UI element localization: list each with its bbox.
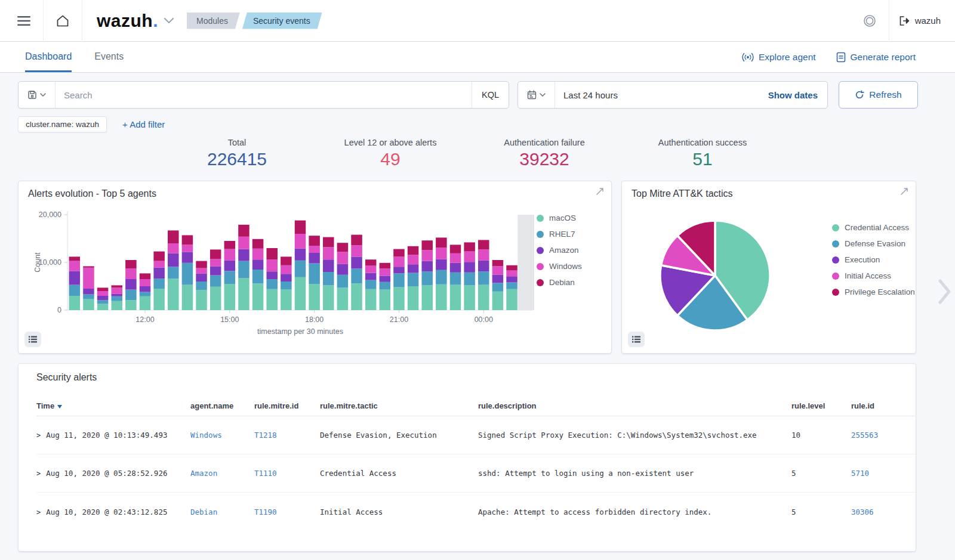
legend-dot [832, 256, 839, 264]
cell-time: >Aug 11, 2020 @ 10:13:49.493 [36, 431, 190, 440]
next-panel-button[interactable] [937, 277, 953, 309]
chevron-down-icon[interactable] [164, 18, 174, 23]
search-placeholder: Search [64, 90, 93, 100]
cell-rule-description: sshd: Attempt to login using a non-exist… [478, 469, 791, 478]
time-range-value[interactable]: Last 24 hours [555, 90, 618, 100]
add-filter-button[interactable]: + Add filter [122, 119, 165, 129]
panel-options-button[interactable] [24, 332, 41, 347]
security-alerts-panel: Security alerts Timeagent.namerule.mitre… [18, 363, 916, 552]
column-header-rule-mitre-tactic[interactable]: rule.mitre.tactic [320, 401, 478, 410]
legend-item-execution[interactable]: Execution [832, 252, 915, 268]
cell-agent-name[interactable]: Debian [190, 508, 254, 516]
logout-button[interactable]: wazuh [895, 8, 944, 34]
expand-icon [596, 187, 604, 196]
kql-toggle-button[interactable]: KQL [472, 82, 509, 108]
cell-rule-mitre-tactic: Credential Access [320, 469, 478, 478]
cell-rule-mitre-tactic: Defense Evasion, Execution [320, 431, 478, 440]
pie-chart-legend: Credential AccessDefense EvasionExecutio… [832, 219, 915, 300]
expand-row-icon[interactable]: > [36, 508, 41, 516]
legend-dot [537, 279, 544, 286]
alerts-table-body: >Aug 11, 2020 @ 10:13:49.493WindowsT1218… [19, 416, 916, 531]
user-name-label: wazuh [915, 16, 941, 26]
visualization-panels: Alerts evolution - Top 5 agents 010,0002… [18, 181, 937, 354]
stat-value: 39232 [504, 149, 584, 169]
stat-value: 226415 [207, 149, 267, 169]
cell-agent-name[interactable]: Amazon [190, 469, 254, 478]
report-icon [836, 52, 846, 63]
header-divider [889, 0, 889, 42]
legend-item-credential-access[interactable]: Credential Access [832, 219, 915, 236]
tab-events[interactable]: Events [94, 42, 124, 72]
breadcrumb-modules[interactable]: Modules [187, 13, 240, 29]
legend-item-amazon[interactable]: Amazon [537, 242, 582, 258]
expand-panel-button[interactable] [900, 187, 908, 198]
cell-rule-mitre-id[interactable]: T1190 [254, 508, 320, 516]
refresh-label: Refresh [869, 89, 901, 100]
table-row[interactable]: >Aug 10, 2020 @ 02:43:12.825DebianT1190I… [36, 493, 916, 531]
legend-item-debian[interactable]: Debian [537, 274, 582, 290]
filter-pill-cluster-name[interactable]: cluster.name: wazuh [18, 116, 107, 132]
cell-rule-description: Signed Script Proxy Execution: C:\Window… [478, 431, 791, 440]
home-button[interactable] [50, 8, 76, 34]
cell-rule-id[interactable]: 5710 [851, 469, 905, 478]
panel-options-button[interactable] [628, 332, 645, 347]
calendar-icon [527, 90, 537, 100]
alerts-evolution-panel: Alerts evolution - Top 5 agents 010,0002… [18, 181, 612, 354]
security-alerts-title: Security alerts [19, 364, 916, 383]
stat-label: Authentication failure [504, 138, 584, 147]
cell-rule-id[interactable]: 255563 [851, 431, 905, 440]
column-header-rule-mitre-id[interactable]: rule.mitre.id [254, 401, 320, 410]
mitre-tactics-pie-chart[interactable] [655, 216, 775, 335]
legend-item-defense-evasion[interactable]: Defense Evasion [832, 236, 915, 252]
column-header-agent-name[interactable]: agent.name [190, 401, 254, 410]
svg-text:10,000: 10,000 [39, 258, 61, 267]
stat-authentication-success: Authentication success51 [658, 138, 747, 169]
legend-label: Privilege Escalation [845, 287, 915, 296]
expand-panel-button[interactable] [596, 187, 604, 198]
breadcrumb-security-events[interactable]: Security events [242, 13, 322, 29]
chevron-down-icon [40, 93, 46, 97]
generate-report-label: Generate report [851, 52, 916, 63]
cell-agent-name[interactable]: Windows [190, 431, 254, 440]
column-header-rule-description[interactable]: rule.description [478, 401, 791, 410]
legend-item-initial-access[interactable]: Initial Access [832, 268, 915, 284]
explore-agent-button[interactable]: Explore agent [742, 52, 816, 63]
show-dates-button[interactable]: Show dates [768, 90, 827, 100]
date-picker: Last 24 hours Show dates [517, 81, 828, 109]
column-header-rule-id[interactable]: rule.id [851, 401, 905, 410]
calendar-button[interactable] [518, 82, 555, 108]
alerts-evolution-bar-chart[interactable]: 010,00020,000Count12:0015:0018:0021:0000… [30, 199, 538, 347]
search-box: Search KQL [18, 81, 509, 109]
legend-item-windows[interactable]: Windows [537, 258, 582, 274]
cell-rule-id[interactable]: 30306 [851, 508, 905, 516]
refresh-button[interactable]: Refresh [839, 81, 918, 109]
search-input[interactable]: Search [56, 90, 472, 100]
legend-item-macos[interactable]: macOS [537, 210, 582, 226]
legend-label: Defense Evasion [845, 239, 905, 248]
save-icon [27, 90, 37, 100]
logo-dot: . [153, 11, 158, 30]
legend-item-rhel7[interactable]: RHEL7 [537, 226, 582, 242]
hamburger-menu-icon [17, 16, 30, 26]
cell-rule-mitre-id[interactable]: T1218 [254, 431, 320, 440]
broadcast-icon [742, 52, 754, 62]
cell-rule-mitre-id[interactable]: T1110 [254, 469, 320, 478]
header-right-cluster: wazuh [857, 0, 944, 42]
cell-rule-level: 5 [791, 469, 851, 478]
wazuh-logo[interactable]: wazuh. [97, 11, 158, 31]
expand-row-icon[interactable]: > [36, 431, 41, 440]
svg-text:15:00: 15:00 [220, 315, 239, 324]
table-row[interactable]: >Aug 11, 2020 @ 10:13:49.493WindowsT1218… [36, 416, 916, 454]
saved-query-button[interactable] [19, 82, 56, 108]
logout-icon [899, 16, 910, 26]
expand-row-icon[interactable]: > [36, 469, 41, 478]
column-header-rule-level[interactable]: rule.level [791, 401, 851, 410]
column-header-time[interactable]: Time [36, 401, 190, 410]
legend-item-privilege-escalation[interactable]: Privilege Escalation [832, 284, 915, 300]
space-button[interactable] [857, 8, 883, 34]
table-row[interactable]: >Aug 10, 2020 @ 05:28:52.926AmazonT1110C… [36, 454, 916, 493]
generate-report-button[interactable]: Generate report [836, 52, 916, 63]
menu-button[interactable] [11, 8, 37, 34]
ring-icon [862, 14, 877, 28]
tab-dashboard[interactable]: Dashboard [25, 42, 72, 72]
